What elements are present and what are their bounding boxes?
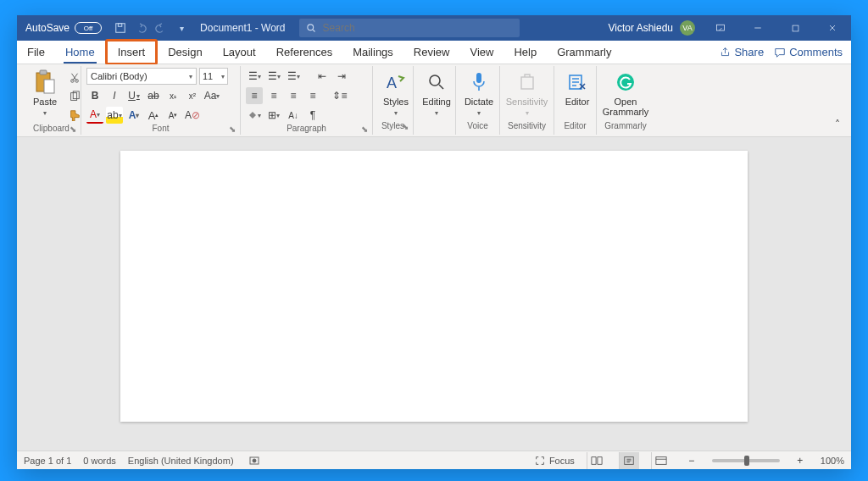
autosave-control[interactable]: AutoSave Off [17, 22, 110, 34]
search-input[interactable] [323, 22, 513, 34]
shrink-font-button[interactable]: A▾ [164, 107, 181, 124]
macro-record-icon[interactable] [246, 452, 263, 469]
language-indicator[interactable]: English (United Kingdom) [128, 456, 234, 466]
change-case-button[interactable]: Aa▾ [203, 87, 220, 104]
clipboard-launcher-icon[interactable]: ⬊ [69, 124, 77, 133]
borders-button[interactable]: ⊞▾ [265, 107, 282, 124]
align-left-button[interactable]: ≡ [246, 87, 263, 104]
share-icon [720, 47, 731, 58]
group-editing: Editing▾ [414, 66, 456, 135]
show-marks-button[interactable]: ¶ [304, 107, 321, 124]
zoom-level[interactable]: 100% [821, 456, 844, 466]
editing-button[interactable]: Editing▾ [419, 68, 454, 119]
print-layout-icon[interactable] [619, 452, 639, 469]
tab-mailings[interactable]: Mailings [342, 41, 403, 64]
redo-icon[interactable] [151, 18, 171, 38]
sort-button[interactable]: A↓ [285, 107, 302, 124]
sensitivity-button[interactable]: Sensitivity▾ [505, 68, 548, 119]
close-icon[interactable] [814, 15, 851, 41]
ribbon-display-icon[interactable] [702, 15, 739, 41]
tab-help[interactable]: Help [504, 41, 547, 64]
zoom-in-button[interactable]: + [792, 452, 809, 469]
microphone-icon [470, 71, 487, 93]
maximize-icon[interactable] [776, 15, 814, 41]
search-box[interactable] [299, 19, 520, 37]
align-center-button[interactable]: ≡ [265, 87, 282, 104]
format-painter-icon[interactable] [66, 107, 83, 124]
tab-insert[interactable]: Insert [105, 39, 159, 65]
paragraph-launcher-icon[interactable]: ⬊ [360, 124, 369, 133]
tab-references[interactable]: References [266, 41, 342, 64]
web-layout-icon[interactable] [651, 452, 671, 469]
editor-button[interactable]: Editor [559, 68, 595, 108]
cut-icon[interactable] [66, 69, 83, 86]
underline-button[interactable]: U▾ [125, 87, 142, 104]
svg-point-19 [253, 459, 256, 462]
tab-design[interactable]: Design [158, 41, 212, 64]
ribbon-right-actions: Share Comments [711, 41, 851, 64]
save-icon[interactable] [110, 18, 131, 38]
focus-icon [534, 455, 546, 467]
clipboard-icon [34, 69, 56, 95]
tab-home[interactable]: Home [55, 41, 105, 64]
numbering-button[interactable]: ☰▾ [265, 68, 282, 85]
document-area[interactable] [17, 137, 851, 451]
font-name-selector[interactable]: Calibri (Body)▾ [86, 68, 197, 85]
word-count[interactable]: 0 words [83, 456, 116, 466]
styles-icon: A [385, 71, 407, 93]
highlight-button[interactable]: ab▾ [106, 107, 123, 124]
paste-button[interactable]: Paste▾ [27, 68, 63, 119]
qat-customize-icon[interactable]: ▾ [171, 18, 192, 38]
text-effects-button[interactable]: A▾ [125, 107, 142, 124]
minimize-icon[interactable] [739, 15, 776, 41]
ribbon: Paste▾ Clipboard⬊ Calibri (Body)▾ 11▾ B … [17, 64, 851, 137]
copy-icon[interactable] [66, 88, 83, 105]
group-clipboard: Paste▾ Clipboard⬊ [22, 66, 81, 135]
tab-layout[interactable]: Layout [213, 41, 266, 64]
justify-button[interactable]: ≡ [304, 87, 321, 104]
share-button[interactable]: Share [720, 46, 764, 58]
increase-indent-button[interactable]: ⇥ [333, 68, 350, 85]
read-mode-icon[interactable] [587, 452, 607, 469]
tab-view[interactable]: View [459, 41, 504, 64]
clear-formatting-button[interactable]: A⊘ [184, 107, 201, 124]
page-indicator[interactable]: Page 1 of 1 [24, 456, 71, 466]
font-launcher-icon[interactable]: ⬊ [228, 124, 236, 133]
comments-button[interactable]: Comments [774, 46, 843, 58]
svg-rect-6 [40, 70, 47, 75]
focus-mode-button[interactable]: Focus [534, 455, 575, 467]
tab-review[interactable]: Review [403, 41, 460, 64]
dictate-button[interactable]: Dictate▾ [461, 68, 497, 119]
undo-icon[interactable] [131, 18, 151, 38]
group-styles: A Styles▾ Styles⬊ [373, 66, 414, 135]
autosave-toggle[interactable]: Off [75, 22, 102, 34]
tab-file[interactable]: File [17, 41, 55, 64]
decrease-indent-button[interactable]: ⇤ [314, 68, 331, 85]
search-icon [306, 23, 316, 33]
styles-launcher-icon[interactable]: ⬊ [401, 122, 409, 130]
group-sensitivity: Sensitivity▾ Sensitivity [500, 66, 554, 135]
page[interactable] [120, 151, 748, 422]
svg-rect-4 [793, 25, 798, 31]
multilevel-list-button[interactable]: ☰▾ [285, 68, 302, 85]
align-right-button[interactable]: ≡ [285, 87, 302, 104]
account-button[interactable]: Victor Ashiedu VA [602, 20, 703, 36]
shading-button[interactable]: ▾ [246, 107, 263, 124]
font-size-selector[interactable]: 11▾ [199, 68, 228, 85]
line-spacing-button[interactable]: ⇕≡ [331, 87, 348, 104]
strikethrough-button[interactable]: ab [145, 87, 162, 104]
open-grammarly-button[interactable]: Open Grammarly [602, 68, 649, 119]
grow-font-button[interactable]: A▴ [145, 107, 162, 124]
superscript-button[interactable]: x² [184, 87, 201, 104]
styles-button[interactable]: A Styles▾ [378, 68, 414, 119]
font-color-button[interactable]: A▾ [86, 107, 103, 124]
zoom-slider[interactable] [712, 459, 780, 462]
bold-button[interactable]: B [86, 87, 103, 104]
tab-grammarly[interactable]: Grammarly [547, 41, 621, 64]
zoom-out-button[interactable]: − [683, 452, 700, 469]
collapse-ribbon-icon[interactable]: ˄ [829, 116, 846, 133]
italic-button[interactable]: I [106, 87, 123, 104]
subscript-button[interactable]: x₂ [164, 87, 181, 104]
bullets-button[interactable]: ☰▾ [246, 68, 263, 85]
titlebar: AutoSave Off ▾ Document1 - Word Victor A… [17, 15, 851, 41]
